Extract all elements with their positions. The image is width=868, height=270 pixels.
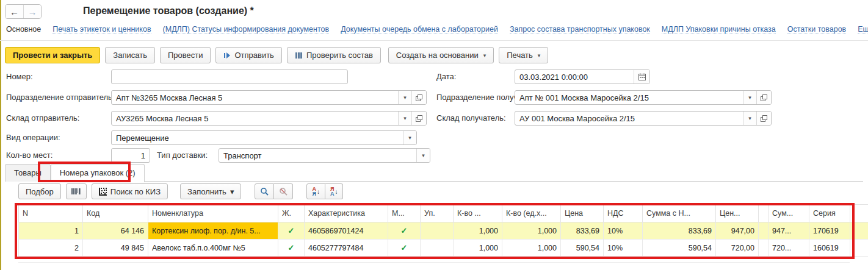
table-row[interactable]: 2 49 845 Авелокс таб.п.о.400мг №5 ✓ 4605… [19,240,868,257]
search-button[interactable] [255,183,274,199]
tab-goods[interactable]: Товары [5,164,51,182]
send-button[interactable]: Отправить [215,47,281,63]
cell-blank[interactable] [759,240,769,257]
column-header-n[interactable]: N [19,205,83,222]
cell-qty-units[interactable]: 1,000 [502,240,561,257]
receiver-warehouse-dropdown-button[interactable]: ▾ [743,112,756,125]
sort-ascending-button[interactable]: АЯ ↓ [306,183,325,199]
cell-series[interactable]: 160619 [809,240,850,257]
date-calendar-button[interactable] [634,70,649,83]
cell-zh-check[interactable]: ✓ [278,222,305,240]
cell-code[interactable]: 64 146 [83,222,148,240]
menu-more-button[interactable]: Еще... ▾ [858,25,868,34]
column-header-series[interactable]: Серия [809,205,850,222]
sender-warehouse-dropdown-button[interactable]: ▾ [398,112,411,125]
menu-link-transport-pack-request[interactable]: Запрос состава транспортных упаковок [510,25,650,34]
check-contents-button[interactable]: Проверить состав [287,47,381,63]
cell-qty[interactable]: 1,000 [454,240,502,257]
receiver-division-dropdown-button[interactable]: ▾ [743,91,756,104]
write-button[interactable]: Записать [105,47,155,63]
receiver-division-input[interactable]: Апт № 001 Москва Маросейка 2/15 [515,91,743,104]
cell-price[interactable]: 833,69 [561,222,604,240]
menu-link-goods-remainders[interactable]: Остатки товаров [787,25,846,34]
sort-descending-button[interactable]: ЯА ↓ [325,183,344,199]
date-input[interactable]: 03.03.2021 0:00:00 [515,70,634,83]
receiver-division-open-button[interactable] [756,91,771,104]
create-based-on-button[interactable]: Создать на основании ▾ [388,47,494,63]
cell-m-check[interactable]: ✓ [388,240,421,257]
chevron-down-icon: ▾ [748,115,751,121]
print-button[interactable]: Печать ▾ [499,47,548,63]
cell-price2[interactable]: 947,00 [716,222,759,240]
cell-m-check[interactable]: ✓ [388,222,421,240]
table-row[interactable]: 1 64 146 Кортексин лиоф. пор. д/ин. 5...… [19,222,868,240]
fill-button[interactable]: Заполнить ▾ [180,183,241,199]
cell-up[interactable] [421,240,454,257]
cell-nomenclature-selected[interactable]: Кортексин лиоф. пор. д/ин. 5... [148,222,278,240]
cell-zh-check[interactable]: ✓ [278,240,305,257]
cell-price2[interactable]: 720,00 [716,240,759,257]
cell-sum-with-vat[interactable]: 590,54 [643,240,716,257]
post-button[interactable]: Провести [160,47,211,63]
number-input[interactable] [111,69,348,84]
menu-item-main[interactable]: Основное [6,25,41,34]
menu-link-mdlp-statuses[interactable]: (МДЛП) Статусы информирования документов [163,25,330,34]
delivery-type-input[interactable]: Транспорт [219,149,416,162]
menu-link-print-labels[interactable]: Печать этикеток и ценников [52,25,151,34]
column-header-sum-with-vat[interactable]: Сумма с Н... [643,205,716,222]
receiver-warehouse-open-button[interactable] [756,112,771,125]
cell-series[interactable]: 170619 [809,222,850,240]
places-count-input[interactable]: 1 [111,148,150,163]
open-form-icon [416,94,422,101]
forward-button[interactable]: → [23,5,41,18]
column-header-qty[interactable]: К-во ... [454,205,502,222]
operation-type-input[interactable]: Перемещение [112,131,403,144]
column-header-zh[interactable]: Ж. [278,205,305,222]
column-header-price[interactable]: Цена [561,205,604,222]
cell-sum2[interactable]: 720... [769,240,809,257]
sender-warehouse-open-button[interactable] [411,112,426,125]
kiz-search-button[interactable]: Поиск по КИЗ [92,183,168,199]
column-header-characteristic[interactable]: Характеристика [305,205,388,222]
column-header-nomenclature[interactable]: Номенклатура [148,205,278,222]
cell-qty[interactable]: 1,000 [454,222,502,240]
column-header-m[interactable]: М... [388,205,421,222]
post-and-close-button[interactable]: Провести и закрыть [5,47,100,63]
column-header-code[interactable]: Код [83,205,148,222]
column-header-price2[interactable]: Цен... [716,205,759,222]
tab-package-numbers[interactable]: Номера упаковок (2) [51,164,145,182]
sender-warehouse-input[interactable]: АУ3265 Москва Лесная 5 [112,112,398,125]
cell-vat[interactable]: 10% [604,240,643,257]
column-header-vat[interactable]: НДС [604,205,643,222]
operation-type-dropdown-button[interactable]: ▾ [403,131,416,144]
cell-sum-with-vat[interactable]: 833,69 [643,222,716,240]
menu-link-lab-exchange-queue[interactable]: Документы очередь обмена с лабораторией [341,25,498,34]
cell-sum2[interactable]: 947... [769,222,809,240]
column-header-sum2[interactable]: Сум... [769,205,809,222]
delivery-type-dropdown-button[interactable]: ▾ [416,149,430,162]
cell-code[interactable]: 49 845 [83,240,148,257]
cell-nomenclature[interactable]: Авелокс таб.п.о.400мг №5 [148,240,278,257]
cell-blank[interactable] [759,222,769,240]
sender-division-dropdown-button[interactable]: ▾ [398,91,411,104]
barcode-scan-button[interactable] [66,183,87,199]
cell-vat[interactable]: 10% [604,222,643,240]
cell-n[interactable]: 2 [19,240,83,257]
cell-price[interactable]: 590,54 [561,240,604,257]
cancel-search-button[interactable] [274,183,293,199]
back-button[interactable]: ← [5,5,23,18]
sender-division-open-button[interactable] [411,91,426,104]
cell-characteristic[interactable]: 4605277797484 [305,240,388,257]
receiver-warehouse-input[interactable]: АУ 001 Москва Маросейка 2/15 [515,112,743,125]
cell-up[interactable] [421,222,454,240]
menu-link-mdlp-refusal-reasons[interactable]: МДЛП Упаковки причины отказа [662,25,776,34]
cell-qty-units[interactable]: 1,000 [502,222,561,240]
sender-division-input[interactable]: Апт №3265 Москва Лесная 5 [112,91,398,104]
column-header-up[interactable]: Уп. [421,205,454,222]
pick-button[interactable]: Подбор [18,183,61,199]
column-header-blank[interactable] [759,205,769,222]
cell-characteristic[interactable]: 4605869701424 [305,222,388,240]
column-header-qty-units[interactable]: К-во (ед.х... [502,205,561,222]
packages-table: N Код Номенклатура Ж. Характеристика М..… [18,204,868,257]
cell-n[interactable]: 1 [19,222,83,240]
